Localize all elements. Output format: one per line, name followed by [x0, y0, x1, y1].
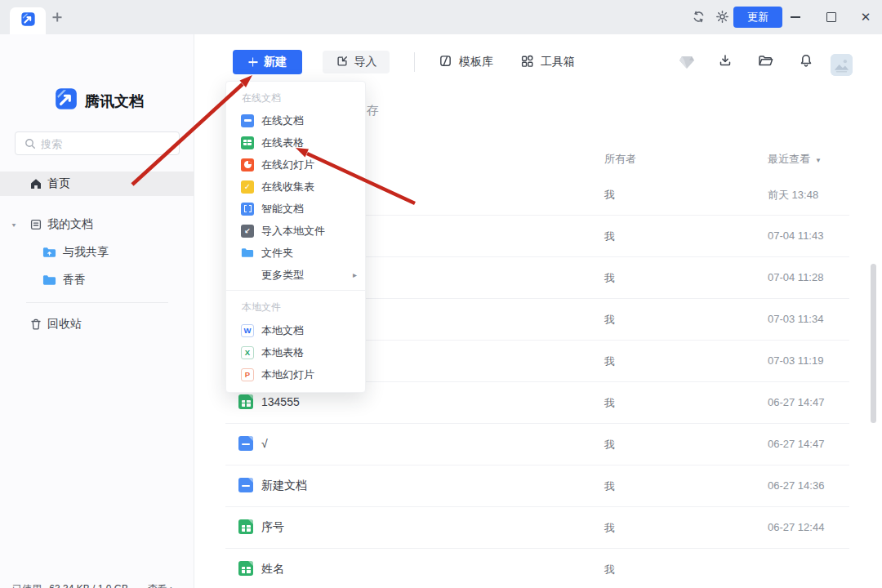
- file-owner: 我: [604, 438, 615, 452]
- user-avatar[interactable]: [831, 54, 853, 76]
- file-row[interactable]: 序号 我 06-27 12:44: [225, 506, 849, 549]
- menu-section-header: 本地文件: [242, 301, 281, 314]
- sidebar-item-label: 与我共享: [63, 245, 109, 260]
- sync-icon[interactable]: [692, 10, 706, 24]
- file-owner: 我: [604, 521, 615, 536]
- minimize-button[interactable]: [786, 7, 805, 27]
- new-document-button[interactable]: 新建: [233, 50, 302, 74]
- menu-item-folder[interactable]: 文件夹: [226, 242, 365, 264]
- home-icon: [29, 177, 42, 194]
- file-name: 序号: [261, 520, 284, 535]
- template-library-label: 模板库: [459, 55, 493, 69]
- menu-section-header: 在线文档: [242, 91, 281, 105]
- file-time: 07-04 11:28: [768, 271, 823, 283]
- search-icon: [24, 138, 36, 149]
- menu-item-local-sheet[interactable]: X 本地表格: [226, 341, 365, 363]
- sidebar-item-folder-xiangxiang[interactable]: 香香: [0, 268, 194, 292]
- file-row[interactable]: √ 我 06-27 14:47: [225, 423, 849, 466]
- file-time: 前天 13:48: [768, 188, 818, 203]
- settings-gear-icon[interactable]: [715, 10, 730, 24]
- membership-gem-icon[interactable]: [679, 56, 695, 73]
- menu-item-label: 本地幻灯片: [261, 368, 314, 382]
- column-header-recent[interactable]: 最近查看▼: [768, 152, 822, 167]
- template-library-button[interactable]: 模板库: [439, 51, 493, 74]
- import-button[interactable]: 导入: [323, 51, 390, 74]
- online-slide-icon: [241, 158, 254, 172]
- online-doc-icon: [241, 114, 254, 127]
- menu-item-label: 本地表格: [261, 345, 304, 360]
- trash-icon: [29, 318, 42, 334]
- file-row[interactable]: 新建文档 我 06-27 14:36: [225, 465, 849, 507]
- app-tab[interactable]: [10, 7, 46, 34]
- shared-folder-icon: [42, 247, 56, 261]
- search-input[interactable]: [39, 133, 177, 155]
- storage-usage-value: 63.34 KB / 1.0 GB: [49, 583, 128, 588]
- menu-item-local-slide[interactable]: P 本地幻灯片: [226, 363, 365, 385]
- local-excel-icon: X: [241, 346, 254, 359]
- chevron-right-icon: ›: [170, 583, 173, 588]
- file-time: 07-03 11:34: [768, 313, 823, 325]
- file-name: 新建文档: [261, 479, 307, 493]
- sidebar-item-label: 香香: [63, 273, 86, 287]
- file-owner: 我: [604, 354, 615, 369]
- file-type-icon: [238, 436, 253, 451]
- column-header-owner: 所有者: [604, 152, 636, 167]
- file-time: 07-03 11:19: [768, 354, 823, 367]
- my-docs-icon: [29, 218, 42, 234]
- menu-item-smart-doc[interactable]: 智能文档: [226, 198, 365, 220]
- maximize-icon: [826, 12, 836, 22]
- tencent-docs-logo-icon: [20, 11, 36, 30]
- template-library-icon: [439, 54, 452, 70]
- toolbox-button[interactable]: 工具箱: [520, 51, 575, 74]
- menu-item-online-form[interactable]: ✓ 在线收集表: [226, 176, 365, 198]
- download-icon[interactable]: [718, 53, 733, 71]
- storage-view-link[interactable]: 查看 ›: [148, 582, 173, 588]
- sidebar-item-home[interactable]: 首页: [0, 172, 194, 196]
- sidebar-item-label: 首页: [47, 176, 70, 191]
- sidebar-item-trash[interactable]: 回收站: [0, 312, 194, 336]
- menu-item-local-doc[interactable]: W 本地文档: [226, 319, 365, 341]
- menu-item-online-doc[interactable]: 在线文档: [226, 109, 365, 131]
- toolbar-divider: [414, 52, 415, 72]
- online-sheet-icon: [241, 136, 254, 149]
- file-owner: 我: [604, 396, 615, 411]
- local-ppt-icon: P: [241, 368, 254, 381]
- close-icon: ✕: [861, 10, 871, 24]
- menu-item-import-local-file[interactable]: ↙ 导入本地文件: [226, 220, 365, 242]
- tencent-docs-app: { "titlebar": {"update_label": "更新"}, "i…: [0, 0, 882, 588]
- smart-doc-icon: [241, 203, 254, 216]
- storage-info: 已使用 63.34 KB / 1.0 GB 查看 ›: [12, 582, 181, 588]
- scrollbar-thumb[interactable]: [871, 264, 876, 423]
- caret-down-icon[interactable]: ▼: [11, 221, 17, 228]
- notification-bell-icon[interactable]: [799, 53, 813, 71]
- sidebar-item-my-docs[interactable]: ▼ 我的文档: [0, 212, 194, 237]
- file-type-icon: [238, 394, 253, 409]
- sidebar-item-shared-with-me[interactable]: 与我共享: [0, 240, 194, 265]
- import-button-label: 导入: [354, 55, 377, 69]
- submenu-arrow-icon: ▸: [353, 270, 357, 279]
- file-time: 06-27 14:47: [768, 396, 824, 408]
- titlebar: 更新 ✕: [0, 0, 882, 34]
- new-tab-button[interactable]: [51, 11, 64, 24]
- open-folder-icon[interactable]: [758, 54, 773, 70]
- menu-item-label: 在线表格: [261, 136, 304, 150]
- menu-item-more-types[interactable]: 更多类型 ▸: [226, 264, 365, 286]
- file-row[interactable]: 姓名 我: [225, 548, 849, 588]
- brand-logo-icon: [54, 87, 78, 111]
- menu-item-online-slide[interactable]: 在线幻灯片: [226, 154, 365, 176]
- import-local-icon: ↙: [241, 225, 254, 238]
- local-word-icon: W: [241, 324, 254, 337]
- menu-item-label: 更多类型: [261, 268, 304, 283]
- file-name: 134555: [261, 395, 300, 408]
- update-button[interactable]: 更新: [733, 7, 782, 28]
- menu-item-label: 文件夹: [261, 246, 293, 261]
- maximize-button[interactable]: [822, 7, 841, 27]
- close-button[interactable]: ✕: [856, 7, 875, 27]
- menu-item-label: 在线幻灯片: [261, 158, 314, 172]
- brand-name: 腾讯文档: [85, 91, 144, 111]
- file-time: 06-27 14:36: [768, 479, 824, 492]
- minimize-icon: [791, 16, 800, 18]
- online-form-icon: ✓: [241, 180, 254, 194]
- menu-item-online-sheet[interactable]: 在线表格: [226, 131, 365, 154]
- file-name: 姓名: [261, 562, 284, 577]
